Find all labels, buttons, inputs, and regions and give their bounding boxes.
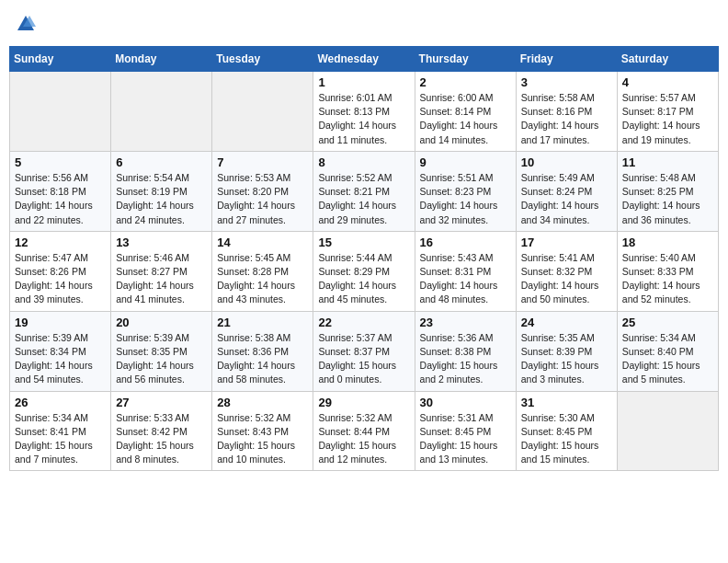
day-number: 4 [622,75,713,89]
day-number: 27 [116,396,207,409]
day-header-thursday: Thursday [415,47,516,72]
day-info: Sunrise: 5:32 AM Sunset: 8:44 PM Dayligh… [318,411,409,467]
day-info: Sunrise: 5:52 AM Sunset: 8:21 PM Dayligh… [318,171,409,227]
calendar-table: SundayMondayTuesdayWednesdayThursdayFrid… [9,46,719,471]
day-number: 8 [318,155,409,169]
day-info: Sunrise: 5:48 AM Sunset: 8:25 PM Dayligh… [622,171,713,227]
day-number: 19 [15,316,106,329]
calendar-week-row: 5Sunrise: 5:56 AM Sunset: 8:18 PM Daylig… [10,151,719,231]
calendar-cell: 13Sunrise: 5:46 AM Sunset: 8:27 PM Dayli… [111,231,212,311]
day-number: 24 [521,316,612,329]
calendar-cell: 21Sunrise: 5:38 AM Sunset: 8:36 PM Dayli… [212,311,313,391]
day-number: 9 [420,155,511,169]
day-header-sunday: Sunday [10,47,111,72]
day-info: Sunrise: 5:33 AM Sunset: 8:42 PM Dayligh… [116,411,207,467]
calendar-cell [111,72,212,152]
logo-icon [16,14,36,34]
day-number: 18 [622,236,713,249]
calendar-cell: 25Sunrise: 5:34 AM Sunset: 8:40 PM Dayli… [617,311,718,391]
day-number: 10 [521,155,612,169]
day-header-wednesday: Wednesday [313,47,415,72]
calendar-cell: 10Sunrise: 5:49 AM Sunset: 8:24 PM Dayli… [516,151,617,231]
calendar-week-row: 12Sunrise: 5:47 AM Sunset: 8:26 PM Dayli… [10,231,719,311]
day-info: Sunrise: 6:00 AM Sunset: 8:14 PM Dayligh… [420,91,511,147]
calendar-cell: 28Sunrise: 5:32 AM Sunset: 8:43 PM Dayli… [212,391,313,471]
calendar-cell: 20Sunrise: 5:39 AM Sunset: 8:35 PM Dayli… [111,311,212,391]
day-number: 23 [420,316,511,329]
day-header-monday: Monday [111,47,212,72]
calendar-cell: 6Sunrise: 5:54 AM Sunset: 8:19 PM Daylig… [111,151,212,231]
day-number: 25 [622,316,713,329]
header [9,9,719,39]
day-info: Sunrise: 5:56 AM Sunset: 8:18 PM Dayligh… [15,171,106,227]
day-number: 5 [15,155,106,169]
day-header-friday: Friday [516,47,617,72]
day-info: Sunrise: 5:31 AM Sunset: 8:45 PM Dayligh… [420,411,511,467]
day-header-tuesday: Tuesday [212,47,313,72]
calendar-cell: 4Sunrise: 5:57 AM Sunset: 8:17 PM Daylig… [617,72,718,152]
day-header-saturday: Saturday [617,47,718,72]
day-number: 1 [318,75,409,89]
day-info: Sunrise: 5:53 AM Sunset: 8:20 PM Dayligh… [217,171,308,227]
day-number: 16 [420,236,511,249]
day-info: Sunrise: 5:39 AM Sunset: 8:35 PM Dayligh… [116,331,207,387]
day-info: Sunrise: 5:46 AM Sunset: 8:27 PM Dayligh… [116,251,207,307]
calendar-cell: 11Sunrise: 5:48 AM Sunset: 8:25 PM Dayli… [617,151,718,231]
day-number: 15 [318,236,409,249]
calendar-cell: 12Sunrise: 5:47 AM Sunset: 8:26 PM Dayli… [10,231,111,311]
calendar-cell: 27Sunrise: 5:33 AM Sunset: 8:42 PM Dayli… [111,391,212,471]
day-info: Sunrise: 5:38 AM Sunset: 8:36 PM Dayligh… [217,331,308,387]
day-info: Sunrise: 5:41 AM Sunset: 8:32 PM Dayligh… [521,251,612,307]
day-info: Sunrise: 5:32 AM Sunset: 8:43 PM Dayligh… [217,411,308,467]
calendar-cell: 8Sunrise: 5:52 AM Sunset: 8:21 PM Daylig… [313,151,415,231]
calendar-cell: 17Sunrise: 5:41 AM Sunset: 8:32 PM Dayli… [516,231,617,311]
calendar-cell: 30Sunrise: 5:31 AM Sunset: 8:45 PM Dayli… [415,391,516,471]
day-number: 29 [318,396,409,409]
calendar-week-row: 26Sunrise: 5:34 AM Sunset: 8:41 PM Dayli… [10,391,719,471]
calendar-cell: 29Sunrise: 5:32 AM Sunset: 8:44 PM Dayli… [313,391,415,471]
calendar-cell: 23Sunrise: 5:36 AM Sunset: 8:38 PM Dayli… [415,311,516,391]
day-number: 11 [622,155,713,169]
calendar-cell: 22Sunrise: 5:37 AM Sunset: 8:37 PM Dayli… [313,311,415,391]
day-info: Sunrise: 5:47 AM Sunset: 8:26 PM Dayligh… [15,251,106,307]
day-info: Sunrise: 5:40 AM Sunset: 8:33 PM Dayligh… [622,251,713,307]
calendar-cell: 18Sunrise: 5:40 AM Sunset: 8:33 PM Dayli… [617,231,718,311]
day-number: 20 [116,316,207,329]
day-info: Sunrise: 5:35 AM Sunset: 8:39 PM Dayligh… [521,331,612,387]
day-info: Sunrise: 5:58 AM Sunset: 8:16 PM Dayligh… [521,91,612,147]
day-info: Sunrise: 5:45 AM Sunset: 8:28 PM Dayligh… [217,251,308,307]
calendar-cell: 2Sunrise: 6:00 AM Sunset: 8:14 PM Daylig… [415,72,516,152]
day-info: Sunrise: 5:37 AM Sunset: 8:37 PM Dayligh… [318,331,409,387]
day-number: 13 [116,236,207,249]
calendar-cell: 19Sunrise: 5:39 AM Sunset: 8:34 PM Dayli… [10,311,111,391]
calendar-header-row: SundayMondayTuesdayWednesdayThursdayFrid… [10,47,719,72]
day-number: 22 [318,316,409,329]
calendar-week-row: 19Sunrise: 5:39 AM Sunset: 8:34 PM Dayli… [10,311,719,391]
day-info: Sunrise: 5:44 AM Sunset: 8:29 PM Dayligh… [318,251,409,307]
logo [14,14,38,39]
day-info: Sunrise: 5:39 AM Sunset: 8:34 PM Dayligh… [15,331,106,387]
day-number: 6 [116,155,207,169]
calendar-cell: 7Sunrise: 5:53 AM Sunset: 8:20 PM Daylig… [212,151,313,231]
day-number: 30 [420,396,511,409]
calendar-cell: 3Sunrise: 5:58 AM Sunset: 8:16 PM Daylig… [516,72,617,152]
day-number: 31 [521,396,612,409]
day-info: Sunrise: 5:57 AM Sunset: 8:17 PM Dayligh… [622,91,713,147]
calendar-week-row: 1Sunrise: 6:01 AM Sunset: 8:13 PM Daylig… [10,72,719,152]
calendar-cell: 24Sunrise: 5:35 AM Sunset: 8:39 PM Dayli… [516,311,617,391]
calendar-cell: 16Sunrise: 5:43 AM Sunset: 8:31 PM Dayli… [415,231,516,311]
day-info: Sunrise: 5:43 AM Sunset: 8:31 PM Dayligh… [420,251,511,307]
day-info: Sunrise: 5:34 AM Sunset: 8:40 PM Dayligh… [622,331,713,387]
day-number: 26 [15,396,106,409]
calendar-cell [10,72,111,152]
calendar-cell: 9Sunrise: 5:51 AM Sunset: 8:23 PM Daylig… [415,151,516,231]
calendar-cell [212,72,313,152]
calendar-cell [617,391,718,471]
calendar-cell: 14Sunrise: 5:45 AM Sunset: 8:28 PM Dayli… [212,231,313,311]
day-info: Sunrise: 5:54 AM Sunset: 8:19 PM Dayligh… [116,171,207,227]
day-info: Sunrise: 5:34 AM Sunset: 8:41 PM Dayligh… [15,411,106,467]
calendar-cell: 1Sunrise: 6:01 AM Sunset: 8:13 PM Daylig… [313,72,415,152]
calendar-cell: 26Sunrise: 5:34 AM Sunset: 8:41 PM Dayli… [10,391,111,471]
day-number: 21 [217,316,308,329]
day-info: Sunrise: 5:49 AM Sunset: 8:24 PM Dayligh… [521,171,612,227]
